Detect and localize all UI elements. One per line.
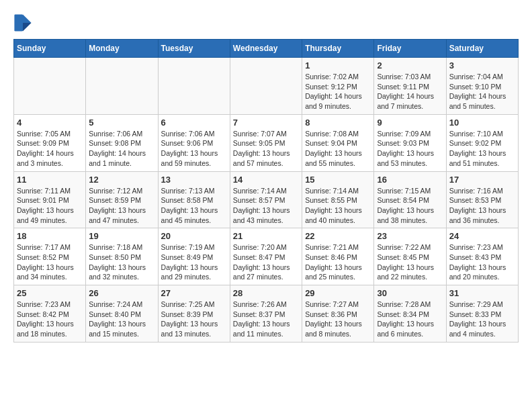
calendar-cell: 19Sunrise: 7:18 AMSunset: 8:50 PMDayligh… [86,228,158,285]
day-number: 14 [233,175,299,185]
header-friday: Friday [374,40,446,58]
day-number: 1 [305,60,371,71]
calendar-cell: 7Sunrise: 7:07 AMSunset: 9:05 PMDaylight… [230,114,302,171]
day-info: Sunrise: 7:02 AMSunset: 9:12 PMDaylight:… [305,72,371,111]
calendar-cell: 10Sunrise: 7:10 AMSunset: 9:02 PMDayligh… [446,114,518,171]
header-monday: Monday [86,40,158,58]
day-number: 9 [377,118,443,128]
day-number: 10 [449,118,515,128]
calendar-cell [86,58,158,115]
header-saturday: Saturday [446,40,518,58]
calendar-cell: 28Sunrise: 7:26 AMSunset: 8:37 PMDayligh… [230,285,302,342]
day-number: 11 [17,175,83,185]
calendar-cell: 24Sunrise: 7:23 AMSunset: 8:43 PMDayligh… [446,228,518,285]
day-number: 8 [305,118,371,128]
day-info: Sunrise: 7:28 AMSunset: 8:34 PMDaylight:… [377,300,443,339]
day-info: Sunrise: 7:18 AMSunset: 8:50 PMDaylight:… [89,242,154,282]
day-number: 26 [89,288,154,298]
week-row-5: 25Sunrise: 7:23 AMSunset: 8:42 PMDayligh… [14,285,519,342]
day-number: 17 [449,175,515,185]
day-info: Sunrise: 7:21 AMSunset: 8:46 PMDaylight:… [305,242,371,282]
svg-marker-0 [23,14,32,23]
week-row-3: 11Sunrise: 7:11 AMSunset: 9:01 PMDayligh… [14,171,519,228]
day-info: Sunrise: 7:17 AMSunset: 8:52 PMDaylight:… [17,242,83,282]
calendar-cell: 30Sunrise: 7:28 AMSunset: 8:34 PMDayligh… [374,285,446,342]
day-number: 24 [449,231,515,241]
calendar-cell: 3Sunrise: 7:04 AMSunset: 9:10 PMDaylight… [446,58,518,115]
calendar-cell: 14Sunrise: 7:14 AMSunset: 8:57 PMDayligh… [230,171,302,228]
day-number: 2 [377,60,443,71]
calendar-cell: 11Sunrise: 7:11 AMSunset: 9:01 PMDayligh… [14,171,86,228]
day-number: 19 [89,231,154,241]
day-number: 3 [449,60,515,71]
day-info: Sunrise: 7:05 AMSunset: 9:09 PMDaylight:… [17,129,83,169]
day-info: Sunrise: 7:23 AMSunset: 8:43 PMDaylight:… [449,242,515,282]
day-number: 6 [161,118,227,128]
day-info: Sunrise: 7:29 AMSunset: 8:33 PMDaylight:… [449,300,515,339]
day-info: Sunrise: 7:24 AMSunset: 8:40 PMDaylight:… [89,300,154,339]
calendar-cell [158,58,230,115]
day-info: Sunrise: 7:14 AMSunset: 8:55 PMDaylight:… [305,186,371,226]
day-info: Sunrise: 7:08 AMSunset: 9:04 PMDaylight:… [305,129,371,169]
day-number: 30 [377,288,443,298]
calendar-cell: 2Sunrise: 7:03 AMSunset: 9:11 PMDaylight… [374,58,446,115]
day-info: Sunrise: 7:09 AMSunset: 9:03 PMDaylight:… [377,129,443,169]
day-info: Sunrise: 7:14 AMSunset: 8:57 PMDaylight:… [233,186,299,226]
calendar-cell: 25Sunrise: 7:23 AMSunset: 8:42 PMDayligh… [14,285,86,342]
calendar-cell: 6Sunrise: 7:06 AMSunset: 9:06 PMDaylight… [158,114,230,171]
day-info: Sunrise: 7:03 AMSunset: 9:11 PMDaylight:… [377,72,443,111]
day-info: Sunrise: 7:19 AMSunset: 8:49 PMDaylight:… [161,242,227,282]
day-info: Sunrise: 7:15 AMSunset: 8:54 PMDaylight:… [377,186,443,226]
day-number: 4 [17,118,83,128]
day-number: 20 [161,231,227,241]
calendar-cell: 8Sunrise: 7:08 AMSunset: 9:04 PMDaylight… [302,114,374,171]
calendar-cell: 31Sunrise: 7:29 AMSunset: 8:33 PMDayligh… [446,285,518,342]
calendar-cell: 22Sunrise: 7:21 AMSunset: 8:46 PMDayligh… [302,228,374,285]
calendar-cell: 17Sunrise: 7:16 AMSunset: 8:53 PMDayligh… [446,171,518,228]
day-number: 21 [233,231,299,241]
calendar-cell: 27Sunrise: 7:25 AMSunset: 8:39 PMDayligh… [158,285,230,342]
day-number: 12 [89,175,154,185]
page-header [13,13,519,32]
svg-rect-2 [14,14,23,31]
header-row: SundayMondayTuesdayWednesdayThursdayFrid… [14,40,519,58]
day-info: Sunrise: 7:27 AMSunset: 8:36 PMDaylight:… [305,300,371,339]
week-row-1: 1Sunrise: 7:02 AMSunset: 9:12 PMDaylight… [14,58,519,115]
day-number: 13 [161,175,227,185]
calendar-cell: 18Sunrise: 7:17 AMSunset: 8:52 PMDayligh… [14,228,86,285]
calendar-cell: 12Sunrise: 7:12 AMSunset: 8:59 PMDayligh… [86,171,158,228]
calendar-cell: 21Sunrise: 7:20 AMSunset: 8:47 PMDayligh… [230,228,302,285]
header-thursday: Thursday [302,40,374,58]
calendar-cell: 23Sunrise: 7:22 AMSunset: 8:45 PMDayligh… [374,228,446,285]
week-row-2: 4Sunrise: 7:05 AMSunset: 9:09 PMDaylight… [14,114,519,171]
header-sunday: Sunday [14,40,86,58]
day-info: Sunrise: 7:06 AMSunset: 9:06 PMDaylight:… [161,129,227,169]
week-row-4: 18Sunrise: 7:17 AMSunset: 8:52 PMDayligh… [14,228,519,285]
day-info: Sunrise: 7:20 AMSunset: 8:47 PMDaylight:… [233,242,299,282]
calendar-cell: 13Sunrise: 7:13 AMSunset: 8:58 PMDayligh… [158,171,230,228]
day-number: 23 [377,231,443,241]
day-info: Sunrise: 7:07 AMSunset: 9:05 PMDaylight:… [233,129,299,169]
svg-marker-1 [23,23,32,32]
day-info: Sunrise: 7:10 AMSunset: 9:02 PMDaylight:… [449,129,515,169]
day-number: 25 [17,288,83,298]
calendar-table: SundayMondayTuesdayWednesdayThursdayFrid… [13,39,519,342]
logo-icon [13,13,32,32]
day-info: Sunrise: 7:26 AMSunset: 8:37 PMDaylight:… [233,300,299,339]
day-info: Sunrise: 7:25 AMSunset: 8:39 PMDaylight:… [161,300,227,339]
day-info: Sunrise: 7:12 AMSunset: 8:59 PMDaylight:… [89,186,154,226]
day-number: 16 [377,175,443,185]
day-number: 27 [161,288,227,298]
day-info: Sunrise: 7:11 AMSunset: 9:01 PMDaylight:… [17,186,83,226]
header-tuesday: Tuesday [158,40,230,58]
calendar-cell: 1Sunrise: 7:02 AMSunset: 9:12 PMDaylight… [302,58,374,115]
calendar-cell: 15Sunrise: 7:14 AMSunset: 8:55 PMDayligh… [302,171,374,228]
logo [13,13,35,32]
day-number: 18 [17,231,83,241]
day-info: Sunrise: 7:23 AMSunset: 8:42 PMDaylight:… [17,300,83,339]
calendar-cell: 5Sunrise: 7:06 AMSunset: 9:08 PMDaylight… [86,114,158,171]
calendar-cell: 26Sunrise: 7:24 AMSunset: 8:40 PMDayligh… [86,285,158,342]
day-info: Sunrise: 7:06 AMSunset: 9:08 PMDaylight:… [89,129,154,169]
calendar-cell: 16Sunrise: 7:15 AMSunset: 8:54 PMDayligh… [374,171,446,228]
day-number: 31 [449,288,515,298]
